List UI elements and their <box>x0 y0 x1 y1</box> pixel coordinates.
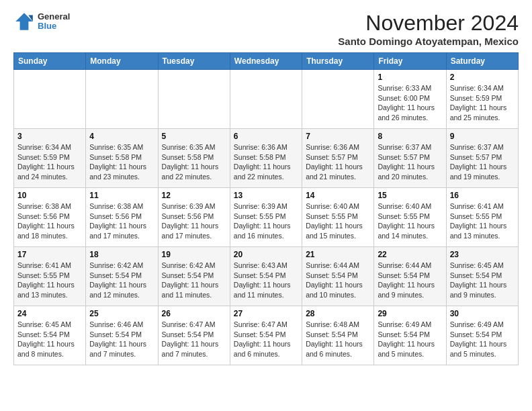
day-info: Sunrise: 6:38 AM Sunset: 5:56 PM Dayligh… <box>17 201 82 241</box>
calendar-day-cell: 14Sunrise: 6:40 AM Sunset: 5:55 PM Dayli… <box>302 188 374 247</box>
day-info: Sunrise: 6:42 AM Sunset: 5:54 PM Dayligh… <box>89 261 154 300</box>
calendar-day-cell: 1Sunrise: 6:33 AM Sunset: 6:00 PM Daylig… <box>374 70 446 129</box>
day-number: 19 <box>162 250 226 259</box>
weekday-header: Thursday <box>302 53 374 70</box>
weekday-header: Wednesday <box>230 53 302 70</box>
day-number: 25 <box>89 309 154 318</box>
day-number: 26 <box>162 309 226 318</box>
calendar-week-row: 10Sunrise: 6:38 AM Sunset: 5:56 PM Dayli… <box>14 188 519 247</box>
day-info: Sunrise: 6:47 AM Sunset: 5:54 PM Dayligh… <box>162 320 226 359</box>
calendar-day-cell: 3Sunrise: 6:34 AM Sunset: 5:59 PM Daylig… <box>14 129 86 188</box>
day-number: 18 <box>89 250 154 259</box>
weekday-header: Friday <box>374 53 446 70</box>
calendar-day-cell: 7Sunrise: 6:36 AM Sunset: 5:57 PM Daylig… <box>302 129 374 188</box>
day-number: 7 <box>306 132 370 141</box>
day-info: Sunrise: 6:48 AM Sunset: 5:54 PM Dayligh… <box>306 320 370 359</box>
calendar-day-cell: 24Sunrise: 6:45 AM Sunset: 5:54 PM Dayli… <box>14 306 86 365</box>
calendar-day-cell: 13Sunrise: 6:39 AM Sunset: 5:55 PM Dayli… <box>230 188 302 247</box>
day-number: 27 <box>234 309 298 318</box>
calendar-day-cell <box>302 70 374 129</box>
day-info: Sunrise: 6:35 AM Sunset: 5:58 PM Dayligh… <box>89 142 154 182</box>
calendar-day-cell: 18Sunrise: 6:42 AM Sunset: 5:54 PM Dayli… <box>86 247 158 306</box>
day-number: 16 <box>450 191 515 200</box>
day-info: Sunrise: 6:34 AM Sunset: 5:59 PM Dayligh… <box>450 83 515 123</box>
day-info: Sunrise: 6:47 AM Sunset: 5:54 PM Dayligh… <box>234 320 298 359</box>
calendar-body: 1Sunrise: 6:33 AM Sunset: 6:00 PM Daylig… <box>14 70 519 365</box>
day-number: 6 <box>234 132 298 141</box>
day-info: Sunrise: 6:39 AM Sunset: 5:56 PM Dayligh… <box>162 201 226 241</box>
calendar-day-cell: 10Sunrise: 6:38 AM Sunset: 5:56 PM Dayli… <box>14 188 86 247</box>
calendar-title: November 2024 <box>338 11 519 36</box>
calendar-day-cell: 20Sunrise: 6:43 AM Sunset: 5:54 PM Dayli… <box>230 247 302 306</box>
day-number: 29 <box>378 309 442 318</box>
calendar-day-cell: 11Sunrise: 6:38 AM Sunset: 5:56 PM Dayli… <box>86 188 158 247</box>
calendar-day-cell: 21Sunrise: 6:44 AM Sunset: 5:54 PM Dayli… <box>302 247 374 306</box>
day-number: 5 <box>162 132 226 141</box>
weekday-header: Monday <box>86 53 158 70</box>
calendar-day-cell: 29Sunrise: 6:49 AM Sunset: 5:54 PM Dayli… <box>374 306 446 365</box>
weekday-header: Saturday <box>446 53 518 70</box>
day-number: 14 <box>306 191 370 200</box>
logo-icon <box>13 11 35 32</box>
day-info: Sunrise: 6:49 AM Sunset: 5:54 PM Dayligh… <box>450 320 515 359</box>
day-info: Sunrise: 6:40 AM Sunset: 5:55 PM Dayligh… <box>306 201 370 241</box>
day-info: Sunrise: 6:41 AM Sunset: 5:55 PM Dayligh… <box>450 201 515 241</box>
title-block: November 2024 Santo Domingo Atoyatempan,… <box>338 11 519 47</box>
calendar-day-cell <box>86 70 158 129</box>
day-info: Sunrise: 6:36 AM Sunset: 5:58 PM Dayligh… <box>234 142 298 182</box>
day-number: 2 <box>450 73 515 82</box>
day-number: 4 <box>89 132 154 141</box>
day-number: 23 <box>450 250 515 259</box>
day-info: Sunrise: 6:36 AM Sunset: 5:57 PM Dayligh… <box>306 142 370 182</box>
calendar-day-cell: 28Sunrise: 6:48 AM Sunset: 5:54 PM Dayli… <box>302 306 374 365</box>
logo-text: General Blue <box>38 12 70 32</box>
day-number: 17 <box>17 250 82 259</box>
day-info: Sunrise: 6:38 AM Sunset: 5:56 PM Dayligh… <box>89 201 154 241</box>
weekday-header: Tuesday <box>158 53 230 70</box>
day-number: 1 <box>378 73 442 82</box>
calendar-day-cell: 12Sunrise: 6:39 AM Sunset: 5:56 PM Dayli… <box>158 188 230 247</box>
day-info: Sunrise: 6:49 AM Sunset: 5:54 PM Dayligh… <box>378 320 442 359</box>
day-number: 9 <box>450 132 515 141</box>
calendar-day-cell: 4Sunrise: 6:35 AM Sunset: 5:58 PM Daylig… <box>86 129 158 188</box>
calendar-day-cell: 16Sunrise: 6:41 AM Sunset: 5:55 PM Dayli… <box>446 188 518 247</box>
logo-line2: Blue <box>38 21 70 31</box>
calendar-day-cell: 5Sunrise: 6:35 AM Sunset: 5:58 PM Daylig… <box>158 129 230 188</box>
day-info: Sunrise: 6:45 AM Sunset: 5:54 PM Dayligh… <box>450 261 515 300</box>
day-number: 28 <box>306 309 370 318</box>
calendar-day-cell: 22Sunrise: 6:44 AM Sunset: 5:54 PM Dayli… <box>374 247 446 306</box>
calendar-day-cell: 23Sunrise: 6:45 AM Sunset: 5:54 PM Dayli… <box>446 247 518 306</box>
day-number: 10 <box>17 191 82 200</box>
day-info: Sunrise: 6:34 AM Sunset: 5:59 PM Dayligh… <box>17 142 82 182</box>
day-info: Sunrise: 6:41 AM Sunset: 5:55 PM Dayligh… <box>17 261 82 300</box>
page-header: General Blue November 2024 Santo Domingo… <box>13 11 519 47</box>
day-info: Sunrise: 6:45 AM Sunset: 5:54 PM Dayligh… <box>17 320 82 359</box>
day-number: 8 <box>378 132 442 141</box>
day-number: 30 <box>450 309 515 318</box>
calendar-table: SundayMondayTuesdayWednesdayThursdayFrid… <box>13 52 519 365</box>
day-info: Sunrise: 6:44 AM Sunset: 5:54 PM Dayligh… <box>306 261 370 300</box>
day-number: 20 <box>234 250 298 259</box>
calendar-week-row: 1Sunrise: 6:33 AM Sunset: 6:00 PM Daylig… <box>14 70 519 129</box>
calendar-day-cell: 30Sunrise: 6:49 AM Sunset: 5:54 PM Dayli… <box>446 306 518 365</box>
logo: General Blue <box>13 11 70 32</box>
day-info: Sunrise: 6:37 AM Sunset: 5:57 PM Dayligh… <box>450 142 515 182</box>
day-info: Sunrise: 6:37 AM Sunset: 5:57 PM Dayligh… <box>378 142 442 182</box>
day-number: 11 <box>89 191 154 200</box>
calendar-day-cell <box>230 70 302 129</box>
day-number: 15 <box>378 191 442 200</box>
calendar-week-row: 3Sunrise: 6:34 AM Sunset: 5:59 PM Daylig… <box>14 129 519 188</box>
day-info: Sunrise: 6:42 AM Sunset: 5:54 PM Dayligh… <box>162 261 226 300</box>
day-number: 12 <box>162 191 226 200</box>
day-info: Sunrise: 6:40 AM Sunset: 5:55 PM Dayligh… <box>378 201 442 241</box>
day-info: Sunrise: 6:46 AM Sunset: 5:54 PM Dayligh… <box>89 320 154 359</box>
calendar-day-cell <box>14 70 86 129</box>
calendar-header-row: SundayMondayTuesdayWednesdayThursdayFrid… <box>14 53 519 70</box>
calendar-day-cell: 17Sunrise: 6:41 AM Sunset: 5:55 PM Dayli… <box>14 247 86 306</box>
day-info: Sunrise: 6:33 AM Sunset: 6:00 PM Dayligh… <box>378 83 442 123</box>
calendar-day-cell: 19Sunrise: 6:42 AM Sunset: 5:54 PM Dayli… <box>158 247 230 306</box>
day-number: 22 <box>378 250 442 259</box>
calendar-day-cell: 27Sunrise: 6:47 AM Sunset: 5:54 PM Dayli… <box>230 306 302 365</box>
calendar-day-cell: 15Sunrise: 6:40 AM Sunset: 5:55 PM Dayli… <box>374 188 446 247</box>
day-info: Sunrise: 6:43 AM Sunset: 5:54 PM Dayligh… <box>234 261 298 300</box>
